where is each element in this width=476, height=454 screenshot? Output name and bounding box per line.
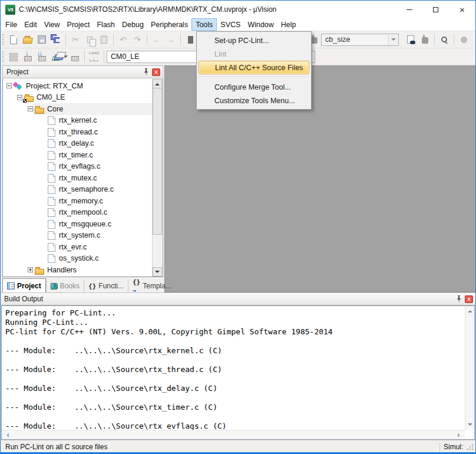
tree-item-rtx-timer-c[interactable]: rtx_timer.c [3,149,152,161]
output-line: --- Module: ..\..\..\Source\rtx_delay.c … [5,384,465,393]
menu-view[interactable]: View [41,18,64,31]
tree-item-cm0-le[interactable]: CM0_LE [3,92,152,104]
project-panel-header: Project x [2,65,163,78]
tree-item-label: rtx_delay.c [59,139,94,147]
menu-project[interactable]: Project [64,18,94,31]
output-line [5,337,465,346]
output-line: Running PC-Lint... [5,318,465,327]
expand-icon[interactable] [28,267,33,272]
menu-svcs[interactable]: SVCS [217,18,244,31]
tree-item-rtx-delay-c[interactable]: rtx_delay.c [3,138,152,150]
navigate-hand-button[interactable] [418,32,432,47]
menu-item-customize-tools-menu[interactable]: Customize Tools Menu... [197,94,311,107]
project-panel-close-button[interactable]: x [152,68,160,76]
toolbar-separator [104,51,104,62]
stop-build-button[interactable] [68,50,82,64]
tree-item-rtx-evflags-c[interactable]: rtx_evflags.c [3,161,152,173]
redo-button[interactable]: ↷ [130,32,144,47]
maximize-button[interactable] [422,1,449,18]
menu-separator [198,77,310,77]
tree-item-rtx-memory-c[interactable]: rtx_memory.c [3,195,152,207]
collapse-icon[interactable] [6,83,12,88]
tree-item-content: rtx_timer.c [45,149,152,161]
tree-item-rtx-msgqueue-c[interactable]: rtx_msgqueue.c [3,218,152,230]
menu-item-configure-merge-tool[interactable]: Configure Merge Tool... [197,80,311,94]
tree-item-content: os_systick.c [45,253,152,265]
tree-item-handlers[interactable]: Handlers [3,264,152,276]
tree-item-rtx-system-c[interactable]: rtx_system.c [3,230,152,242]
tree-item-rtx-evr-c[interactable]: rtx_evr.c [3,241,152,253]
resize-grip[interactable] [467,443,474,451]
tab-books[interactable]: Books [46,279,84,292]
rebuild-button[interactable]: ↓↓ [35,50,49,64]
tree-item-content: rtx_memory.c [45,195,152,207]
tree-item-rtx-thread-c[interactable]: rtx_thread.c [3,126,152,138]
output-hscrollbar[interactable] [2,430,465,439]
tree-item-rtx-kernel-c[interactable]: rtx_kernel.c [3,115,152,127]
tree-item-rtx-mutex-c[interactable]: rtx_mutex.c [3,172,152,184]
menu-window[interactable]: Window [244,18,277,31]
scroll-up-button[interactable] [153,79,162,88]
find-in-files-button[interactable] [404,32,418,47]
build-button[interactable]: ↓ [21,50,35,64]
project-tab-icon [7,282,15,289]
new-file-button[interactable] [6,32,21,47]
search-combo-dropdown[interactable] [388,34,398,45]
menu-flash[interactable]: Flash [93,18,118,31]
menu-file[interactable]: File [2,18,21,31]
navigate-hand-icon [422,37,428,44]
toolbar-grip[interactable] [2,51,5,62]
build-output-close-button[interactable]: x [465,295,473,303]
undo-button[interactable]: ↶ [116,32,130,47]
tree-item-core[interactable]: Core [3,103,152,115]
scrollbar-thumb[interactable] [153,88,162,235]
tree-item-rtx-semaphore-c[interactable]: rtx_semaphore.c [3,184,152,196]
paste-button[interactable] [97,32,111,47]
toolbar-grip[interactable] [2,34,5,45]
lint-magnifier-button[interactable] [437,32,451,47]
menu-help[interactable]: Help [277,18,300,31]
open-file-button[interactable] [21,32,35,47]
tree-scrollbar[interactable] [152,79,162,277]
bookmark-button[interactable] [183,32,197,47]
undo-icon: ↶ [120,35,127,44]
tree-item-label: rtx_memory.c [59,197,103,205]
menu-item-lint-all-c-c-source-files[interactable]: Lint All C/C++ Source Files [199,61,309,74]
copy-button[interactable] [82,32,97,47]
menu-edit[interactable]: Edit [21,18,41,31]
collapse-icon[interactable] [28,106,33,111]
batch-build-button[interactable] [49,50,63,64]
tab-functi[interactable]: {}Functi... [84,279,128,292]
output-vscrollbar[interactable] [465,306,474,430]
menu-tools[interactable]: Tools [191,18,217,31]
pin-button[interactable] [455,295,463,303]
tree-item-project-rtx-cm[interactable]: Project: RTX_CM [3,80,152,92]
tree-item-os-systick-c[interactable]: os_systick.c [3,253,152,265]
cut-button[interactable]: ✂ [68,32,82,47]
tree-item-label: rtx_kernel.c [59,116,97,124]
collapse-icon[interactable] [17,95,22,100]
minimize-button[interactable] [396,1,422,18]
close-button[interactable]: × [449,1,475,18]
navigate-forward-button[interactable]: → [164,32,178,47]
menu-debug[interactable]: Debug [118,18,147,31]
pin-button[interactable] [142,68,150,76]
menu-peripherals[interactable]: Peripherals [147,18,191,31]
save-button[interactable] [35,32,49,47]
download-button[interactable]: LOAD ↓ [87,50,101,64]
tree-item-rtx-mempool-c[interactable]: rtx_mempool.c [3,207,152,219]
search-combo[interactable]: cb_size [321,34,399,46]
navigate-hand-icon [311,37,318,44]
tab-label: Templa... [143,282,171,290]
navigate-back-button[interactable]: ← [150,32,164,47]
breakpoint-button[interactable] [457,32,471,47]
scroll-down-button[interactable] [153,267,162,277]
menu-item-set-up-pc-lint[interactable]: Set-up PC-Lint... [197,34,311,47]
tab-templa[interactable]: {}→Templa... [128,279,176,292]
save-all-button[interactable] [49,32,63,47]
tree-item-content: CM0_LE [22,92,152,104]
tab-project[interactable]: Project [2,278,46,292]
build-icon: ↓ [25,50,29,57]
uvision-logo-icon: V5 [5,5,15,15]
translate-button[interactable] [6,50,21,64]
